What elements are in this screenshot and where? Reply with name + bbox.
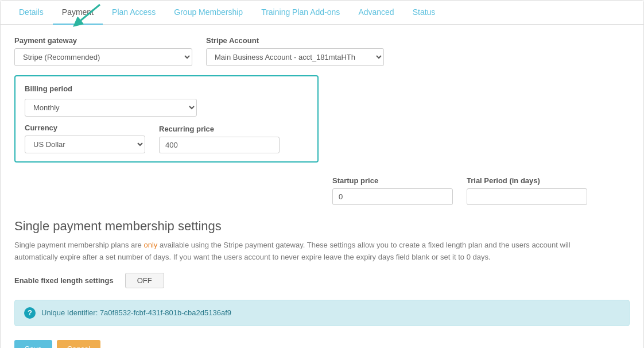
stripe-account-group: Stripe Account Main Business Account - a… bbox=[206, 36, 384, 66]
fixed-length-row: Enable fixed length settings OFF bbox=[14, 273, 630, 288]
billing-period-title: Billing period bbox=[25, 84, 308, 93]
desc-highlight: only bbox=[143, 241, 157, 249]
recurring-price-label: Recurring price bbox=[159, 125, 280, 133]
save-button[interactable]: Save bbox=[14, 340, 52, 348]
startup-price-input[interactable] bbox=[332, 188, 453, 205]
trial-period-group: Trial Period (in days) bbox=[467, 176, 587, 205]
payment-gateway-label: Payment gateway bbox=[14, 36, 192, 45]
billing-period-box: Billing period Monthly Weekly Quarterly … bbox=[14, 75, 319, 163]
stripe-account-select[interactable]: Main Business Account - acct_181mtaHTh bbox=[206, 48, 384, 66]
currency-label: Currency bbox=[25, 123, 145, 132]
identifier-bar: ? Unique Identifier: 7a0f8532-fcbf-431f-… bbox=[14, 300, 630, 326]
tab-advanced[interactable]: Advanced bbox=[349, 1, 403, 25]
cancel-button[interactable]: Cancel bbox=[57, 340, 100, 348]
currency-select[interactable]: US Dollar Euro British Pound bbox=[25, 136, 145, 153]
desc-part1: Single payment membership plans are bbox=[14, 241, 143, 249]
arrow-indicator bbox=[68, 2, 103, 30]
billing-inner: Monthly Weekly Quarterly Annually Lifeti… bbox=[25, 99, 308, 153]
action-buttons: Save Cancel bbox=[14, 340, 630, 348]
stripe-account-label: Stripe Account bbox=[206, 36, 384, 45]
trial-period-input[interactable] bbox=[467, 188, 587, 205]
fixed-length-toggle[interactable]: OFF bbox=[125, 273, 164, 288]
billing-currency-row: Currency US Dollar Euro British Pound Re… bbox=[25, 123, 308, 153]
tab-details[interactable]: Details bbox=[10, 1, 53, 25]
svg-line-1 bbox=[77, 5, 100, 24]
tab-group-membership[interactable]: Group Membership bbox=[165, 1, 252, 25]
page-container: Details Payment Plan Access Group Member… bbox=[0, 0, 644, 348]
billing-period-select[interactable]: Monthly Weekly Quarterly Annually Lifeti… bbox=[25, 99, 197, 117]
info-icon: ? bbox=[24, 307, 36, 319]
currency-group: Currency US Dollar Euro British Pound bbox=[25, 123, 145, 153]
tab-status[interactable]: Status bbox=[404, 1, 445, 25]
startup-price-label: Startup price bbox=[332, 176, 453, 185]
single-payment-desc: Single payment membership plans are only… bbox=[14, 239, 577, 264]
gateway-row: Payment gateway Stripe (Recommended) Str… bbox=[14, 36, 630, 66]
single-payment-title: Single payment membership settings bbox=[14, 219, 630, 234]
billing-period-group: Monthly Weekly Quarterly Annually Lifeti… bbox=[25, 99, 308, 117]
identifier-text: Unique Identifier: 7a0f8532-fcbf-431f-80… bbox=[41, 308, 231, 317]
single-payment-section: Single payment membership settings Singl… bbox=[14, 219, 630, 288]
fixed-length-label: Enable fixed length settings bbox=[14, 276, 114, 285]
startup-price-group: Startup price bbox=[332, 176, 453, 205]
tab-plan-access[interactable]: Plan Access bbox=[103, 1, 165, 25]
recurring-price-input[interactable] bbox=[159, 137, 280, 153]
outside-fields-row: Startup price Trial Period (in days) bbox=[14, 176, 630, 205]
payment-gateway-select[interactable]: Stripe (Recommended) bbox=[14, 48, 192, 66]
trial-period-label: Trial Period (in days) bbox=[467, 176, 587, 185]
main-content: Payment gateway Stripe (Recommended) Str… bbox=[1, 25, 643, 348]
tab-training-plan-addons[interactable]: Training Plan Add-ons bbox=[252, 1, 349, 25]
recurring-price-group: Recurring price bbox=[159, 125, 280, 153]
payment-gateway-group: Payment gateway Stripe (Recommended) bbox=[14, 36, 192, 66]
